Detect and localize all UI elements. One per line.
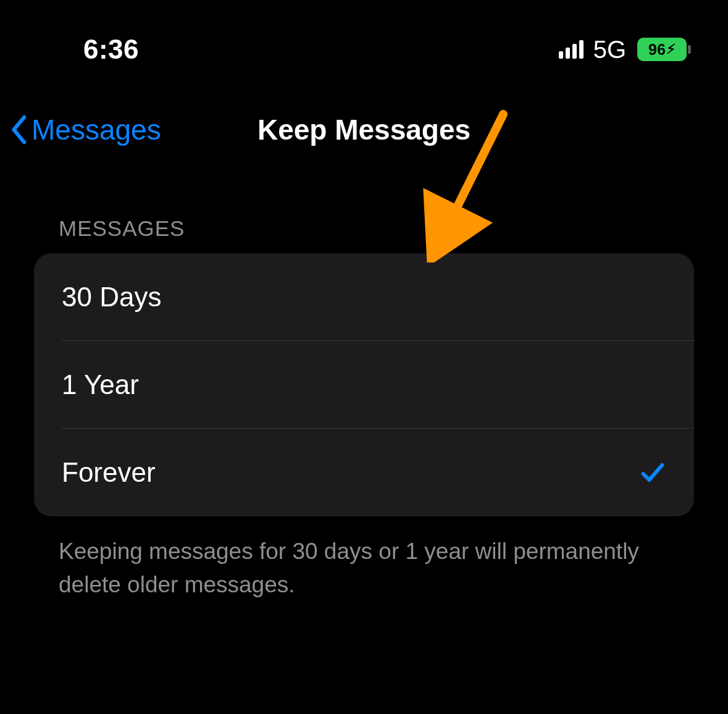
back-button[interactable]: Messages	[9, 113, 161, 146]
status-time: 6:36	[83, 34, 139, 65]
option-1-year[interactable]: 1 Year	[34, 341, 694, 429]
section-header: MESSAGES	[34, 216, 694, 253]
page-title: Keep Messages	[257, 113, 471, 146]
option-label: 30 Days	[62, 282, 161, 313]
battery-indicator: 96⚡︎	[637, 38, 691, 61]
section-footer: Keeping messages for 30 days or 1 year w…	[34, 516, 694, 601]
options-panel: 30 Days 1 Year Forever	[34, 253, 694, 516]
status-bar: 6:36 5G 96⚡︎	[0, 0, 728, 68]
back-label: Messages	[31, 113, 161, 146]
network-type: 5G	[593, 36, 626, 64]
battery-level: 96⚡︎	[637, 38, 687, 61]
navigation-bar: Messages Keep Messages	[0, 68, 728, 142]
checkmark-icon	[639, 459, 666, 486]
charging-icon: ⚡︎	[666, 41, 676, 57]
option-label: Forever	[62, 457, 156, 488]
cellular-signal-icon	[559, 40, 584, 59]
option-30-days[interactable]: 30 Days	[34, 253, 694, 341]
option-forever[interactable]: Forever	[34, 429, 694, 516]
status-indicators: 5G 96⚡︎	[559, 36, 691, 64]
content-area: MESSAGES 30 Days 1 Year Forever Keeping …	[0, 216, 728, 601]
option-label: 1 Year	[62, 369, 139, 400]
chevron-left-icon	[9, 115, 30, 145]
